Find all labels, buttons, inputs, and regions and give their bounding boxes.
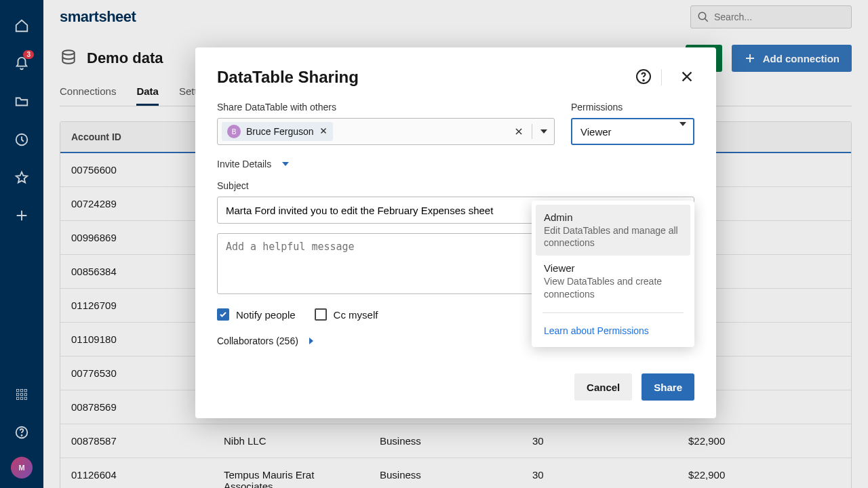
permissions-label: Permissions (571, 102, 694, 113)
chip-name: Bruce Ferguson (246, 126, 314, 137)
clear-recipients-icon[interactable] (510, 123, 528, 140)
svg-point-17 (643, 79, 644, 81)
share-with-label: Share DataTable with others (217, 102, 555, 113)
permissions-dropdown: Admin Edit DataTables and manage all con… (532, 201, 694, 347)
recipient-chip[interactable]: B Bruce Ferguson (222, 122, 333, 141)
invite-details-toggle[interactable]: Invite Details (217, 159, 694, 169)
checkbox-checked-icon (217, 308, 229, 321)
modal-help-icon[interactable] (635, 68, 652, 87)
chevron-down-icon (679, 126, 686, 138)
share-submit-button[interactable]: Share (642, 373, 694, 401)
permissions-select[interactable]: Viewer (571, 118, 694, 145)
learn-permissions-link[interactable]: Learn about Permissions (536, 319, 690, 343)
share-recipients-input[interactable]: B Bruce Ferguson (217, 118, 555, 145)
recipients-dropdown-icon[interactable] (536, 125, 551, 138)
cc-myself-checkbox[interactable]: Cc myself (315, 308, 378, 321)
checkbox-unchecked-icon (315, 308, 327, 321)
caret-right-icon (309, 338, 313, 344)
chip-avatar-icon: B (227, 125, 241, 138)
cancel-button[interactable]: Cancel (574, 373, 632, 401)
chip-remove-icon[interactable] (319, 126, 328, 137)
notify-people-checkbox[interactable]: Notify people (217, 308, 296, 321)
close-icon[interactable] (679, 69, 694, 86)
caret-down-icon (282, 162, 289, 166)
permission-option-viewer[interactable]: Viewer View DataTables and create connec… (536, 256, 690, 306)
share-modal: DataTable Sharing Share DataTable with o… (195, 47, 716, 418)
permission-option-admin[interactable]: Admin Edit DataTables and manage all con… (536, 205, 690, 256)
permissions-value: Viewer (580, 126, 612, 138)
modal-title: DataTable Sharing (217, 68, 359, 87)
subject-label: Subject (217, 180, 694, 191)
